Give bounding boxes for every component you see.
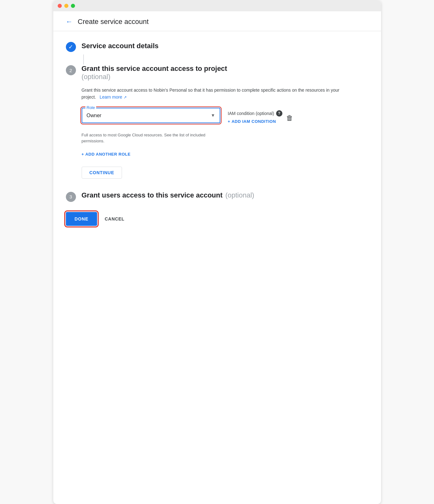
external-link-icon: ↗ [124, 95, 127, 100]
role-iam-row: Role Owner Editor Viewer ▼ IAM con [82, 108, 282, 124]
step1-icon: ✓ [66, 42, 76, 52]
step2-body: Grant this service account access to Nob… [82, 87, 368, 191]
iam-condition-label-row: IAM condition (optional) ? [228, 110, 282, 117]
step3-number: 3 [66, 192, 76, 202]
step2-number: 2 [66, 65, 76, 75]
role-select-container: Role Owner Editor Viewer ▼ [82, 108, 220, 123]
minimize-dot[interactable] [64, 4, 68, 8]
done-button[interactable]: DONE [66, 212, 97, 226]
help-icon[interactable]: ? [276, 110, 282, 117]
continue-button[interactable]: CONTINUE [82, 167, 122, 179]
step3-icon: 3 [66, 192, 76, 202]
bottom-actions: DONE CANCEL [66, 212, 368, 226]
cancel-button[interactable]: CANCEL [105, 213, 124, 225]
maximize-dot[interactable] [71, 4, 75, 8]
role-label: Role [85, 105, 96, 110]
step2-row: 2 Grant this service account access to p… [66, 65, 368, 81]
learn-more-link[interactable]: Learn more ↗ [98, 94, 126, 100]
role-description: Full access to most Google Cloud resourc… [82, 132, 220, 144]
step2-header-text: Grant this service account access to pro… [82, 65, 227, 81]
role-select-wrapper: Role Owner Editor Viewer ▼ [82, 108, 220, 123]
step1-title: Service account details [82, 41, 159, 50]
step3-optional: (optional) [225, 191, 254, 199]
add-another-role-button[interactable]: + ADD ANOTHER ROLE [82, 152, 131, 157]
window-bar [53, 0, 381, 11]
add-iam-condition-button[interactable]: + ADD IAM CONDITION [228, 119, 282, 124]
step-connector-1 [83, 54, 84, 65]
step1-checkmark: ✓ [66, 42, 76, 52]
step2-description: Grant this service account access to Nob… [82, 87, 340, 101]
iam-condition-section: IAM condition (optional) ? + ADD IAM CON… [228, 108, 282, 124]
role-select[interactable]: Owner Editor Viewer [82, 108, 220, 123]
step2-optional: (optional) [82, 73, 111, 81]
add-role-plus-icon: + [82, 152, 84, 157]
back-button[interactable]: ← [66, 18, 73, 26]
iam-condition-label: IAM condition (optional) [228, 111, 274, 116]
step3-title: Grant users access to this service accou… [82, 191, 223, 199]
app-window: ← Create service account ✓ Service accou… [53, 0, 381, 504]
delete-role-icon[interactable]: 🗑 [285, 113, 294, 123]
close-dot[interactable] [58, 4, 62, 8]
step3-row: 3 Grant users access to this service acc… [66, 191, 368, 202]
step3-header-text: Grant users access to this service accou… [82, 191, 254, 199]
step2-title: Grant this service account access to pro… [82, 65, 227, 72]
page-content: ✓ Service account details 2 Grant this s… [53, 31, 381, 238]
add-iam-plus-icon: + [228, 119, 230, 124]
step2-icon: 2 [66, 65, 76, 75]
page-title: Create service account [78, 18, 149, 26]
role-iam-delete-row: Role Owner Editor Viewer ▼ IAM con [82, 108, 368, 129]
step1-row: ✓ Service account details [66, 41, 368, 52]
page-header: ← Create service account [53, 11, 381, 31]
